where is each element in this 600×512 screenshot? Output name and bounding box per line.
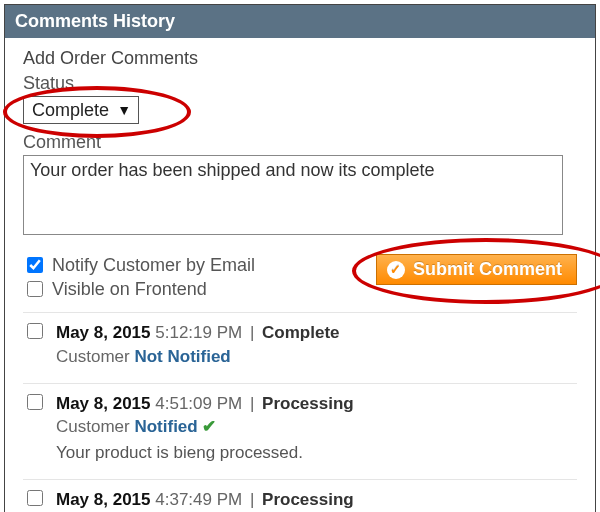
comments-history-panel: Comments History Add Order Comments Stat… <box>4 4 596 512</box>
visible-frontend-line[interactable]: Visible on Frontend <box>23 278 366 300</box>
separator: | <box>242 490 262 509</box>
history-date: May 8, 2015 <box>56 323 155 342</box>
history-comment-text: Your product is bieng processed. <box>56 441 577 465</box>
comment-textarea[interactable] <box>23 155 563 235</box>
separator: | <box>242 394 262 413</box>
history-item-checkbox[interactable] <box>27 490 43 506</box>
history-item-checkbox[interactable] <box>27 323 43 339</box>
customer-label: Customer <box>56 417 134 436</box>
history-item-content: May 8, 2015 4:37:49 PM | ProcessingCusto… <box>56 488 577 512</box>
options-row: Notify Customer by Email Visible on Fron… <box>23 254 577 300</box>
history-item-header: May 8, 2015 5:12:19 PM | Complete <box>56 321 577 345</box>
history-item-content: May 8, 2015 5:12:19 PM | CompleteCustome… <box>56 321 577 369</box>
history-item: May 8, 2015 4:51:09 PM | ProcessingCusto… <box>23 383 577 479</box>
history-date: May 8, 2015 <box>56 394 155 413</box>
history-status: Processing <box>262 394 354 413</box>
history-item: May 8, 2015 5:12:19 PM | CompleteCustome… <box>23 312 577 383</box>
comment-label: Comment <box>23 132 577 153</box>
submit-wrap: ✓ Submit Comment <box>376 254 577 285</box>
notify-customer-checkbox[interactable] <box>27 257 43 273</box>
visible-frontend-checkbox[interactable] <box>27 281 43 297</box>
history-list: May 8, 2015 5:12:19 PM | CompleteCustome… <box>23 312 577 512</box>
status-row: Complete ▼ <box>23 96 577 124</box>
history-date: May 8, 2015 <box>56 490 155 509</box>
add-order-comments-heading: Add Order Comments <box>23 48 577 69</box>
status-select[interactable]: Complete <box>23 96 139 124</box>
status-label: Status <box>23 73 577 94</box>
notify-customer-line[interactable]: Notify Customer by Email <box>23 254 366 276</box>
history-item-content: May 8, 2015 4:51:09 PM | ProcessingCusto… <box>56 392 577 465</box>
visible-frontend-label: Visible on Frontend <box>52 279 207 300</box>
history-item: May 8, 2015 4:37:49 PM | ProcessingCusto… <box>23 479 577 512</box>
history-status: Processing <box>262 490 354 509</box>
history-time: 4:37:49 PM <box>155 490 242 509</box>
panel-title: Comments History <box>5 5 595 38</box>
history-time: 4:51:09 PM <box>155 394 242 413</box>
history-item-header: May 8, 2015 4:37:49 PM | Processing <box>56 488 577 512</box>
history-time: 5:12:19 PM <box>155 323 242 342</box>
submit-comment-label: Submit Comment <box>413 259 562 280</box>
notify-customer-label: Notify Customer by Email <box>52 255 255 276</box>
history-status: Complete <box>262 323 339 342</box>
check-circle-icon: ✓ <box>387 261 405 279</box>
separator: | <box>242 323 262 342</box>
notified-link[interactable]: Notified <box>134 417 197 436</box>
history-notification-line: Customer Notified✔ <box>56 415 577 439</box>
submit-comment-button[interactable]: ✓ Submit Comment <box>376 254 577 285</box>
customer-label: Customer <box>56 347 134 366</box>
notified-link[interactable]: Not Notified <box>134 347 230 366</box>
history-item-checkbox[interactable] <box>27 394 43 410</box>
history-notification-line: Customer Not Notified <box>56 345 577 369</box>
history-item-header: May 8, 2015 4:51:09 PM | Processing <box>56 392 577 416</box>
check-icon: ✔ <box>202 417 216 436</box>
status-select-wrap: Complete ▼ <box>23 96 139 124</box>
panel-body: Add Order Comments Status Complete ▼ Com… <box>5 38 595 512</box>
options-left: Notify Customer by Email Visible on Fron… <box>23 254 366 300</box>
